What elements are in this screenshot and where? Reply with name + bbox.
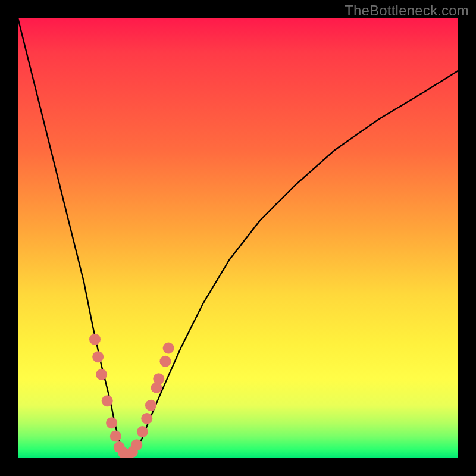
bottleneck-curve <box>18 18 458 458</box>
highlight-dot <box>89 334 101 345</box>
highlight-dot <box>145 400 156 411</box>
highlight-dot <box>131 439 142 450</box>
chart-frame: TheBottleneck.com <box>0 0 476 476</box>
highlight-dot <box>153 373 164 384</box>
highlight-dot <box>163 343 174 354</box>
watermark-text: TheBottleneck.com <box>345 2 469 19</box>
highlight-dot <box>110 431 121 442</box>
highlight-dot <box>102 395 113 406</box>
plot-area <box>18 18 458 458</box>
highlight-dots <box>89 334 174 458</box>
curve-layer <box>18 18 458 458</box>
highlight-dot <box>106 417 117 428</box>
highlight-dot <box>137 426 148 437</box>
highlight-dot <box>92 351 104 362</box>
highlight-dot <box>141 413 152 424</box>
highlight-dot <box>159 356 171 367</box>
highlight-dot <box>96 369 107 380</box>
bottleneck-curve-path <box>18 18 458 458</box>
